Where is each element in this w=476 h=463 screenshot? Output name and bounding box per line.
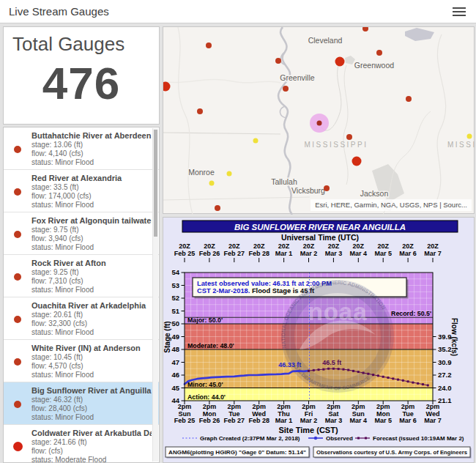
gauge-status-dot xyxy=(14,188,21,196)
svg-text:Feb 26: Feb 26 xyxy=(199,250,220,257)
gauge-flow: flow: 3,940 (cfs) xyxy=(31,234,152,243)
map-panel[interactable]: MISSISSIPPIMISSISSIPPIClevelandGreenwood… xyxy=(163,26,475,214)
city-label: Vicksburg xyxy=(291,186,325,195)
gauge-marker[interactable] xyxy=(283,86,289,92)
gauge-marker[interactable] xyxy=(317,121,322,126)
gauge-list-item[interactable]: Rock River at Afton stage: 9.25 (ft) flo… xyxy=(4,255,159,297)
datum-footnote: ANGM6(plotting HGIRG) "Gage 0" Datum: 51… xyxy=(168,449,306,456)
gauge-stage: stage: 13.06 (ft) xyxy=(31,141,152,149)
gauge-marker[interactable] xyxy=(253,138,259,144)
hamburger-menu-icon[interactable] xyxy=(453,5,466,17)
series-value-label: 46.5 ft xyxy=(322,359,341,366)
gauge-marker[interactable] xyxy=(362,27,368,32)
total-gauges-value: 476 xyxy=(4,57,159,109)
svg-text:46: 46 xyxy=(171,371,179,379)
svg-text:2pm: 2pm xyxy=(352,403,365,410)
svg-text:39.9: 39.9 xyxy=(438,333,452,341)
legend-observed: Observed xyxy=(326,435,353,442)
hydrograph-panel: BIG SUNFLOWER RIVER NEAR ANGUILLAUnivers… xyxy=(163,217,475,463)
svg-text:Mar 4: Mar 4 xyxy=(350,417,368,424)
gauge-marker[interactable] xyxy=(215,205,220,211)
bottom-axis-label: Site Time (CST) xyxy=(278,426,338,434)
svg-text:Mar 7: Mar 7 xyxy=(424,417,442,424)
gauge-stage: stage: 10.45 (ft) xyxy=(31,353,152,362)
svg-text:2pm: 2pm xyxy=(302,403,316,410)
svg-text:54: 54 xyxy=(171,268,179,276)
gauge-list-item[interactable]: Fox River at Algonquin tailwater stage: … xyxy=(4,212,159,255)
svg-text:20Z: 20Z xyxy=(179,242,190,250)
gauge-marker[interactable] xyxy=(335,57,345,67)
gauge-stage: stage: 20.61 (ft) xyxy=(31,311,152,319)
gauge-marker[interactable] xyxy=(324,185,330,191)
svg-text:2pm: 2pm xyxy=(401,403,415,410)
gauge-list-item[interactable]: Red River at Alexandria stage: 33.5 (ft)… xyxy=(4,170,159,212)
zone-label: Major: 50.0' xyxy=(187,316,223,324)
svg-text:Wed: Wed xyxy=(252,410,266,418)
svg-text:Mon: Mon xyxy=(376,410,390,418)
svg-text:2pm: 2pm xyxy=(277,403,291,410)
svg-text:Mar 1: Mar 1 xyxy=(275,250,293,257)
svg-text:Feb 27: Feb 27 xyxy=(224,417,245,424)
scrollbar-thumb[interactable] xyxy=(154,130,157,237)
gauge-marker[interactable] xyxy=(346,134,352,140)
gauge-name: Red River at Alexandria xyxy=(31,174,152,183)
svg-text:30.9: 30.9 xyxy=(438,358,452,366)
hydrograph-chart: BIG SUNFLOWER RIVER NEAR ANGUILLAUnivers… xyxy=(163,218,475,463)
svg-text:Wed: Wed xyxy=(426,410,440,418)
gauge-status-dot xyxy=(14,231,21,238)
svg-text:Tue: Tue xyxy=(228,410,239,418)
svg-text:20Z: 20Z xyxy=(303,242,315,250)
record-line-label: Record: 50.5' xyxy=(391,310,431,317)
zone-label: Moderate: 48.0' xyxy=(187,342,234,349)
svg-text:Mar 1: Mar 1 xyxy=(275,417,293,424)
svg-text:2pm: 2pm xyxy=(327,403,341,410)
svg-text:35.2: 35.2 xyxy=(438,345,452,353)
svg-text:Mar 3: Mar 3 xyxy=(325,250,343,257)
gauge-list-item[interactable]: Buttahatchie River at Aberdeen stage: 13… xyxy=(4,127,159,170)
gauge-list-item[interactable]: Coldwater River at Arkabutla Dam stage: … xyxy=(4,425,159,463)
gauge-status-dot xyxy=(14,358,21,366)
gauge-flow: flow: (cfs) xyxy=(31,447,152,456)
svg-text:Mar 2: Mar 2 xyxy=(300,417,318,424)
gauge-marker[interactable] xyxy=(209,181,215,186)
svg-text:Feb 26: Feb 26 xyxy=(199,417,220,424)
svg-text:52: 52 xyxy=(171,294,179,302)
gauge-list: Buttahatchie River at Aberdeen stage: 13… xyxy=(3,127,160,463)
legend-forecast: Forecast (issued 10:19AM Mar 2) xyxy=(373,435,464,442)
gauge-list-item[interactable]: White River (IN) at Anderson stage: 10.4… xyxy=(4,340,159,382)
gauge-flow: flow: 7,310 (cfs) xyxy=(31,277,152,286)
map-canvas[interactable]: MISSISSIPPIMISSISSIPPIClevelandGreenwood… xyxy=(163,27,475,215)
svg-text:CST 2-Mar-2018. Flood Stage i: CST 2-Mar-2018. Flood Stage is 45 ft xyxy=(197,287,314,295)
gauge-marker[interactable] xyxy=(467,134,472,139)
gauge-flow: flow: 4,570 (cfs) xyxy=(31,362,152,371)
svg-text:Mon: Mon xyxy=(203,410,217,418)
gauge-status-dot xyxy=(14,316,21,323)
gauge-marker[interactable] xyxy=(275,58,281,64)
city-label: Cleveland xyxy=(308,36,343,45)
gauge-marker[interactable] xyxy=(227,171,232,177)
chart-title: BIG SUNFLOWER RIVER NEAR ANGUILLA xyxy=(234,223,406,232)
gauge-marker[interactable] xyxy=(352,157,362,166)
list-scrollbar[interactable] xyxy=(152,128,158,462)
svg-text:Feb 25: Feb 25 xyxy=(174,417,196,424)
state-label: MISSISSIPPI xyxy=(447,141,475,149)
app-header: Live Stream Gauges xyxy=(0,0,476,23)
state-label: MISSISSIPPI xyxy=(305,141,368,149)
gauge-status: status: Minor Flood xyxy=(31,371,152,379)
svg-text:20Z: 20Z xyxy=(228,242,240,250)
gauge-flow: flow: 174,000 (cfs) xyxy=(31,192,152,201)
gauge-status: status: Minor Flood xyxy=(31,413,152,422)
gauge-marker[interactable] xyxy=(406,96,412,102)
zone-label: Action: 44.0' xyxy=(187,393,226,401)
gauge-marker[interactable] xyxy=(376,50,382,56)
gauge-list-item[interactable]: Big Sunflower River at Anguilla stage: 4… xyxy=(4,382,159,425)
svg-text:2pm: 2pm xyxy=(376,403,390,410)
svg-text:2pm: 2pm xyxy=(252,403,266,410)
svg-text:Latest observed value: 46.31 f: Latest observed value: 46.31 ft at 2:00 … xyxy=(197,280,332,287)
gauge-marker[interactable] xyxy=(197,108,203,114)
gauge-marker[interactable] xyxy=(206,42,212,48)
gauge-marker[interactable] xyxy=(163,82,171,92)
svg-text:Mar 2: Mar 2 xyxy=(300,250,318,257)
courtesy-footnote: Observations courtesy of U.S. Army Corps… xyxy=(316,449,468,456)
gauge-list-item[interactable]: Ouachita River at Arkadelphia stage: 20.… xyxy=(4,297,159,340)
